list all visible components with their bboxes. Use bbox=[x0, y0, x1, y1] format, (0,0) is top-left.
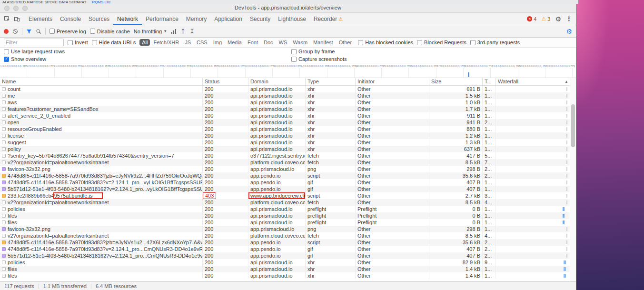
zoom-button[interactable] bbox=[22, 6, 28, 11]
tab-recorder[interactable]: Recorder⚠ bbox=[310, 13, 347, 25]
table-row[interactable]: open200api.prismacloud.ioxhrOther941 B2.… bbox=[0, 119, 570, 126]
more-options-icon[interactable]: ⋮ bbox=[566, 15, 572, 22]
status-cell[interactable]: 200 bbox=[202, 212, 248, 219]
status-cell[interactable]: 200 bbox=[202, 226, 248, 232]
type-cell[interactable]: gif bbox=[305, 246, 355, 252]
group-by-frame-checkbox[interactable]: Group by frame bbox=[291, 48, 335, 55]
time-cell[interactable]: 2... bbox=[482, 172, 495, 179]
filter-input[interactable] bbox=[4, 39, 64, 46]
domain-cell[interactable]: platform.cloud.coveo.com bbox=[248, 232, 305, 239]
initiator-cell[interactable]: Preflight bbox=[355, 206, 429, 212]
waterfall-cell[interactable] bbox=[495, 99, 570, 106]
table-row[interactable]: policy200api.prismacloud.ioxhrOther637 k… bbox=[0, 146, 570, 152]
status-cell[interactable]: 200 bbox=[202, 86, 248, 92]
request-name-cell[interactable]: v2?organizationId=paloaltonetworksintran… bbox=[0, 232, 202, 239]
type-cell[interactable]: xhr bbox=[305, 139, 355, 146]
size-cell[interactable]: 298 B bbox=[429, 166, 482, 172]
inspect-element-icon[interactable] bbox=[4, 16, 10, 22]
import-har-icon[interactable]: ↥ bbox=[180, 28, 186, 34]
status-cell[interactable]: 200 bbox=[202, 92, 248, 99]
table-row[interactable]: favicon-32x32.png200app.prismacloud.iopn… bbox=[0, 226, 570, 232]
status-cell[interactable]: 200 bbox=[202, 266, 248, 272]
time-cell[interactable]: 1... bbox=[482, 219, 495, 226]
waterfall-cell[interactable] bbox=[495, 266, 570, 272]
domain-cell[interactable]: api.prismacloud.io bbox=[248, 112, 305, 119]
hide-data-urls-checkbox[interactable]: Hide data URLs bbox=[92, 40, 136, 45]
status-cell[interactable]: 200 bbox=[202, 239, 248, 246]
request-name-cell[interactable]: aws bbox=[0, 99, 202, 106]
size-cell[interactable]: 8.5 kB bbox=[429, 199, 482, 206]
request-name-cell[interactable]: resourceGroupEnabled bbox=[0, 126, 202, 132]
domain-cell[interactable]: api.prismacloud.io bbox=[248, 119, 305, 126]
time-cell[interactable]: 1... bbox=[482, 186, 495, 192]
waterfall-cell[interactable] bbox=[495, 186, 570, 192]
column-header-status[interactable]: Status bbox=[202, 78, 248, 85]
table-row[interactable]: files200api.prismacloud.ioxhrOther1.4 kB… bbox=[0, 272, 570, 279]
filter-toggle-icon[interactable] bbox=[26, 29, 32, 34]
tab-performance[interactable]: Performance bbox=[142, 13, 182, 25]
request-name-cell[interactable]: 5b571d12-51e1-4f03-5480-b24134818162?v=2… bbox=[0, 252, 202, 259]
type-cell[interactable]: xhr bbox=[305, 92, 355, 99]
request-name-cell[interactable]: policy bbox=[0, 146, 202, 152]
table-row[interactable]: count200api.prismacloud.ioxhrOther691 B1… bbox=[0, 86, 570, 92]
waterfall-cell[interactable] bbox=[495, 92, 570, 99]
capture-screenshots-checkbox[interactable]: Capture screenshots bbox=[291, 55, 347, 63]
scrollbar-thumb[interactable] bbox=[571, 104, 575, 147]
status-cell[interactable]: 200 bbox=[202, 159, 248, 166]
type-cell[interactable]: xhr bbox=[305, 99, 355, 106]
request-name-cell[interactable]: v2?organizationId=paloaltonetworksintran… bbox=[0, 159, 202, 166]
preserve-log-checkbox[interactable]: Preserve log bbox=[50, 29, 86, 34]
throttling-select[interactable]: No throttling ▼ bbox=[134, 29, 167, 34]
type-cell[interactable]: xhr bbox=[305, 86, 355, 92]
bookmark-item[interactable]: RQMS Lite bbox=[92, 0, 110, 4]
time-cell[interactable]: 4... bbox=[482, 199, 495, 206]
time-cell[interactable]: 3... bbox=[482, 192, 495, 199]
table-row[interactable]: 4748d8f5-c11f-416e-5858-7a970fd93d83?jzb… bbox=[0, 172, 570, 179]
type-cell[interactable]: fetch bbox=[305, 159, 355, 166]
request-name-cell[interactable]: me bbox=[0, 92, 202, 99]
status-cell[interactable]: 200 bbox=[202, 99, 248, 106]
bookmark-item[interactable]: AI ASSISTED RAPIDSE SPOKE DATA SEPARAT bbox=[2, 0, 86, 4]
vertical-scrollbar[interactable] bbox=[570, 78, 576, 281]
domain-cell[interactable]: app.pendo.io bbox=[248, 172, 305, 179]
table-row[interactable]: ?sentry_key=5b704b8626744775a6a0b914fb57… bbox=[0, 152, 570, 159]
close-button[interactable] bbox=[4, 6, 10, 11]
domain-cell[interactable]: o377122.ingest.sentry.io bbox=[248, 152, 305, 159]
waterfall-cell[interactable] bbox=[495, 112, 570, 119]
waterfall-cell[interactable] bbox=[495, 166, 570, 172]
request-name-cell[interactable]: features?customer_name=SESandBox bbox=[0, 106, 202, 112]
request-name-cell[interactable]: files bbox=[0, 266, 202, 272]
table-row[interactable]: suggest200api.prismacloud.ioxhrOther1.3 … bbox=[0, 139, 570, 146]
initiator-cell[interactable]: Other bbox=[355, 272, 429, 279]
type-cell[interactable]: xhr bbox=[305, 112, 355, 119]
status-cell[interactable]: 200 bbox=[202, 186, 248, 192]
size-cell[interactable]: 407 B bbox=[429, 186, 482, 192]
status-cell[interactable]: 200 bbox=[202, 219, 248, 226]
tab-lighthouse[interactable]: Lighthouse bbox=[274, 13, 310, 25]
initiator-cell[interactable]: Other bbox=[355, 239, 429, 246]
size-cell[interactable]: 35.6 kB bbox=[429, 239, 482, 246]
time-cell[interactable]: 1... bbox=[482, 272, 495, 279]
time-cell[interactable]: 2... bbox=[482, 252, 495, 259]
status-cell[interactable]: 200 bbox=[202, 132, 248, 139]
domain-cell[interactable]: api.prismacloud.io bbox=[248, 106, 305, 112]
time-cell[interactable]: 1... bbox=[482, 92, 495, 99]
status-cell[interactable]: 200 bbox=[202, 139, 248, 146]
tab-memory[interactable]: Memory bbox=[182, 13, 210, 25]
table-row[interactable]: 4748d8f5-c11f-416e-5858-7a970fd93d83?v=2… bbox=[0, 246, 570, 252]
device-toolbar-icon[interactable] bbox=[14, 16, 20, 22]
domain-cell[interactable]: www.app.bridgecrew.cloud bbox=[248, 192, 305, 199]
type-cell[interactable]: gif bbox=[305, 186, 355, 192]
initiator-cell[interactable]: Other bbox=[355, 192, 429, 199]
table-row[interactable]: aws200api.prismacloud.ioxhrOther1.0 kB1.… bbox=[0, 99, 570, 106]
size-cell[interactable]: 0 B bbox=[429, 212, 482, 219]
waterfall-cell[interactable] bbox=[495, 272, 570, 279]
size-cell[interactable]: 941 B bbox=[429, 119, 482, 126]
type-cell[interactable]: xhr bbox=[305, 266, 355, 272]
domain-cell[interactable]: platform.cloud.coveo.com bbox=[248, 199, 305, 206]
request-name-cell[interactable]: 4748d8f5-c11f-416e-5858-7a970fd93d83?v=2… bbox=[0, 179, 202, 186]
request-name-cell[interactable]: license bbox=[0, 132, 202, 139]
domain-cell[interactable]: api.prismacloud.io bbox=[248, 219, 305, 226]
initiator-cell[interactable]: Other bbox=[355, 139, 429, 146]
status-cell[interactable]: 200 bbox=[202, 152, 248, 159]
